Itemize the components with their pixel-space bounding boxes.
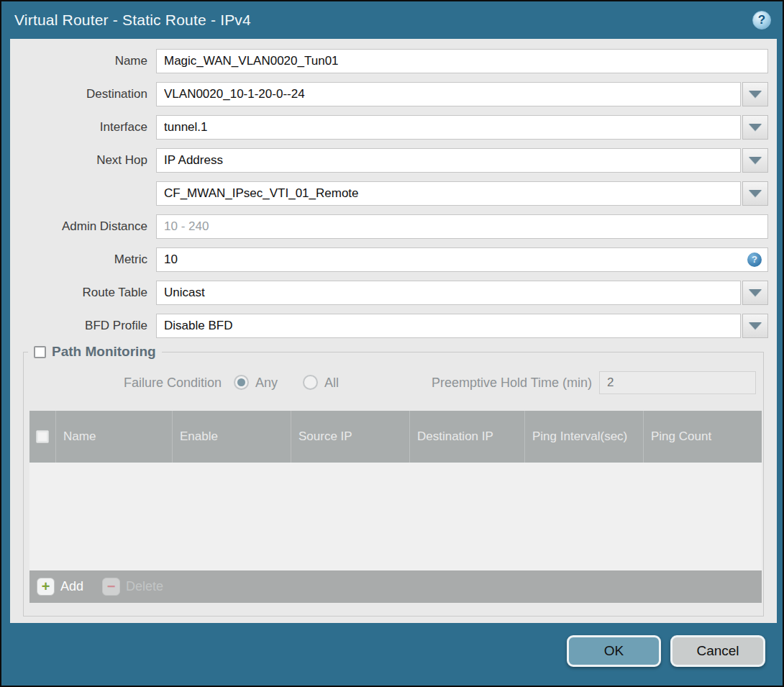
name-input[interactable] — [156, 49, 768, 73]
failure-condition-any-radio — [234, 375, 249, 390]
route-table-label: Route Table — [10, 281, 156, 305]
select-all-checkbox — [36, 430, 49, 443]
delete-button: − Delete — [102, 578, 163, 596]
path-monitoring-legend: Path Monitoring — [28, 344, 162, 360]
column-header-enable: Enable — [173, 411, 291, 463]
admin-distance-row: Admin Distance — [10, 214, 777, 239]
destination-dropdown-button[interactable] — [742, 82, 768, 106]
metric-label: Metric — [10, 247, 156, 272]
column-header-destination-ip: Destination IP — [410, 411, 525, 463]
chevron-down-icon — [749, 124, 762, 131]
admin-distance-input[interactable] — [156, 214, 768, 239]
bfd-profile-input[interactable] — [156, 314, 741, 338]
interface-label: Interface — [10, 115, 156, 140]
bfd-profile-label: BFD Profile — [10, 314, 156, 338]
column-header-name: Name — [56, 411, 173, 463]
add-button[interactable]: + Add — [37, 578, 83, 596]
table-header: Name Enable Source IP Destination IP Pin… — [29, 411, 762, 463]
path-monitoring-title: Path Monitoring — [52, 344, 156, 360]
destination-label: Destination — [10, 82, 156, 106]
interface-row: Interface — [10, 115, 777, 140]
bfd-profile-dropdown-button[interactable] — [742, 314, 768, 338]
chevron-down-icon — [749, 322, 762, 329]
column-header-source-ip: Source IP — [291, 411, 410, 463]
select-all-cell — [29, 411, 56, 463]
next-hop-address-dropdown-button[interactable] — [742, 181, 768, 206]
chevron-down-icon — [749, 190, 762, 197]
metric-row: Metric ? — [10, 247, 777, 272]
ok-button[interactable]: OK — [567, 635, 661, 667]
name-label: Name — [10, 49, 156, 73]
name-row: Name — [10, 49, 777, 73]
static-route-dialog: Virtual Router - Static Route - IPv4 ? N… — [0, 0, 784, 687]
preemptive-hold-time-input — [599, 371, 756, 394]
route-table-dropdown-button[interactable] — [742, 281, 768, 305]
admin-distance-label: Admin Distance — [10, 214, 156, 239]
delete-button-label: Delete — [126, 579, 163, 594]
path-monitoring-checkbox[interactable] — [34, 346, 46, 358]
chevron-down-icon — [749, 157, 762, 164]
failure-condition-all-label: All — [324, 371, 339, 394]
path-monitoring-table: Name Enable Source IP Destination IP Pin… — [29, 411, 762, 603]
help-icon[interactable]: ? — [752, 11, 771, 29]
failure-condition-row: Failure Condition Any All Preemptive Hol… — [24, 371, 763, 394]
table-toolbar: + Add − Delete — [29, 570, 762, 603]
plus-icon: + — [37, 578, 55, 596]
next-hop-address-row — [10, 181, 777, 206]
cancel-button[interactable]: Cancel — [670, 635, 765, 667]
dialog-content: Name Destination Interface — [10, 39, 777, 623]
next-hop-address-input[interactable] — [156, 181, 741, 206]
column-header-ping-interval: Ping Interval(sec) — [525, 411, 644, 463]
next-hop-type-dropdown-button[interactable] — [742, 148, 768, 173]
failure-condition-any-label: Any — [255, 371, 278, 394]
next-hop-row: Next Hop — [10, 148, 777, 173]
bfd-profile-row: BFD Profile — [10, 314, 777, 338]
interface-dropdown-button[interactable] — [742, 115, 768, 140]
failure-condition-all-radio — [303, 375, 318, 390]
failure-condition-label: Failure Condition — [24, 371, 222, 394]
chevron-down-icon — [749, 91, 762, 98]
path-monitoring-section: Path Monitoring Failure Condition Any Al… — [23, 352, 764, 617]
dialog-title: Virtual Router - Static Route - IPv4 — [14, 1, 251, 39]
chevron-down-icon — [749, 289, 762, 296]
destination-row: Destination — [10, 82, 777, 106]
next-hop-label: Next Hop — [10, 148, 156, 173]
table-body-empty — [29, 463, 762, 570]
titlebar: Virtual Router - Static Route - IPv4 ? — [1, 1, 783, 39]
route-table-row: Route Table — [10, 281, 777, 305]
metric-input[interactable] — [156, 247, 768, 272]
column-header-ping-count: Ping Count — [644, 411, 762, 463]
minus-icon: − — [102, 578, 120, 596]
next-hop-type-input[interactable] — [156, 148, 741, 173]
interface-input[interactable] — [156, 115, 741, 140]
preemptive-hold-time-label: Preemptive Hold Time (min) — [391, 371, 592, 394]
destination-input[interactable] — [156, 82, 741, 106]
info-icon[interactable]: ? — [747, 252, 762, 267]
route-table-input[interactable] — [156, 281, 741, 305]
add-button-label: Add — [60, 579, 83, 594]
